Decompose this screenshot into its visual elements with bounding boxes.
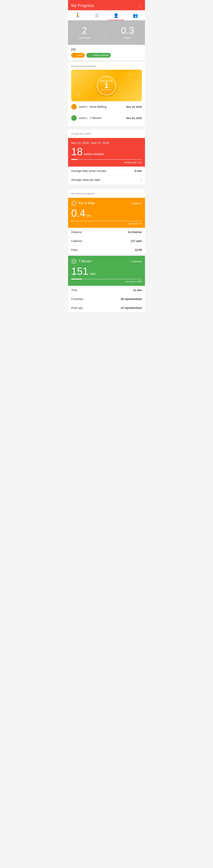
daily-minutes-label: Average daily active minutes bbox=[71, 169, 106, 173]
stat-divider bbox=[105, 27, 106, 38]
activity-stat-sleep: Average sleep per night - bbox=[68, 176, 145, 184]
weekly-goal-label: weekly goal: 210 bbox=[71, 161, 142, 164]
run-walk-next-goal: next goal: 25 bbox=[71, 222, 142, 225]
active-minutes-number: 18 bbox=[71, 147, 83, 157]
achievement-1-date: Nov 24, 2016 bbox=[126, 105, 142, 108]
workout-section-title: My workout progress bbox=[71, 192, 142, 195]
user-section: joy 🏃 1 run 🏃 1 body workout bbox=[68, 45, 145, 60]
seven-minute-metric-number: 151 bbox=[71, 266, 88, 276]
achievements-title: Recent achievements bbox=[71, 65, 142, 68]
activity-stat-daily-minutes: Average daily active minutes 5 min bbox=[68, 166, 145, 176]
seven-minute-stat-pushups: Push ups 12 reps/workout bbox=[68, 304, 145, 312]
hours-stat: 0.3 hours bbox=[121, 26, 134, 39]
badge-bottom-text: BRISK WALKING bbox=[101, 89, 112, 91]
achievement-1-label: Level 1 · Brisk Walking bbox=[79, 105, 106, 108]
run-walk-card-header: 🏃 Run & Walk 1 workout bbox=[71, 200, 142, 206]
run-walk-card: 🏃 Run & Walk 1 workout 0.4 km next goal:… bbox=[68, 198, 145, 228]
run-walk-stats: Distance 0.4 km/run Cadence 117 spm Pace… bbox=[68, 228, 145, 254]
time-label: Time bbox=[71, 288, 77, 292]
seven-minute-progress-bg bbox=[71, 279, 142, 279]
activity-section: Activity this week Nov 21, 2016 - Nov 27… bbox=[68, 130, 145, 184]
user-tags: 🏃 1 run 🏃 1 body workout bbox=[71, 53, 142, 58]
run-walk-metric-number: 0.4 bbox=[71, 208, 85, 218]
stats-bar: 2 workouts 0.3 hours bbox=[68, 20, 145, 45]
star-1: ☆ bbox=[75, 73, 79, 78]
badge-number: 1 bbox=[105, 82, 108, 89]
workouts-count: 2 bbox=[79, 26, 90, 35]
more-menu-icon[interactable]: ⋮ bbox=[138, 3, 142, 8]
seven-minute-count: 1 workout bbox=[131, 260, 142, 263]
achievement-badge: ACHIEVED LEVEL 1 BRISK WALKING bbox=[97, 75, 116, 95]
seven-minute-name: 7 Minute+ bbox=[78, 259, 92, 263]
tab-profile[interactable]: 👤 bbox=[106, 10, 126, 20]
achievement-2-icon: 🏃 bbox=[71, 115, 77, 121]
pushups-value: 12 reps/workout bbox=[121, 306, 142, 309]
seven-minute-metric: 151 reps bbox=[71, 266, 142, 276]
seven-minute-card: 🏃 7 Minute+ 1 workout 151 reps next goal… bbox=[68, 256, 145, 286]
crunches-label: Crunches bbox=[71, 298, 83, 301]
seven-minute-next-goal: next goal: 1000 bbox=[71, 280, 142, 283]
crunches-value: 29 reps/workout bbox=[121, 298, 142, 301]
achievement-item-1: 🏃 Level 1 · Brisk Walking Nov 24, 2016 bbox=[71, 101, 142, 113]
run-walk-stat-pace: Pace 12:45 bbox=[68, 246, 145, 254]
page-title: My Progress bbox=[71, 3, 94, 8]
divider-1 bbox=[68, 60, 145, 62]
week-range: Nov 21, 2016 - Nov 27, 2016 bbox=[71, 141, 142, 145]
cadence-value: 117 spm bbox=[131, 239, 142, 243]
sleep-label: Average sleep per night bbox=[71, 178, 100, 181]
achievement-1-icon: 🏃 bbox=[71, 104, 77, 110]
run-walk-progress-bg bbox=[71, 221, 142, 221]
run-walk-progress-fill bbox=[71, 221, 72, 221]
run-walk-metric-unit: km bbox=[86, 214, 91, 217]
tag-body-workout-label: 1 body workout bbox=[92, 54, 108, 57]
seven-minute-stats: Time 11 min Crunches 29 reps/workout Pus… bbox=[68, 286, 145, 312]
activity-card: Nov 21, 2016 - Nov 27, 2016 18 active mi… bbox=[68, 138, 145, 166]
achievement-banner: ☆ ☆ ☆ ☆ ☆ ☆ ACHIEVED LEVEL 1 BRISK WALKI… bbox=[71, 70, 142, 101]
body-workout-tag-icon: 🏃 bbox=[88, 54, 91, 57]
tab-workouts[interactable]: ☰ bbox=[87, 10, 107, 20]
activity-progress-bar-bg bbox=[71, 159, 142, 160]
run-walk-name: Run & Walk bbox=[78, 202, 95, 205]
run-walk-count: 1 workout bbox=[131, 202, 142, 205]
tab-activity[interactable]: 🏃 bbox=[68, 10, 87, 20]
hours-count: 0.3 bbox=[121, 26, 134, 35]
hours-label: hours bbox=[121, 36, 134, 39]
activity-section-header: Activity this week bbox=[68, 130, 145, 138]
active-minutes-display: 18 active minutes bbox=[71, 147, 142, 157]
pace-label: Pace bbox=[71, 248, 77, 251]
activity-tab-icon: 🏃 bbox=[75, 13, 80, 18]
run-walk-stat-cadence: Cadence 117 spm bbox=[68, 237, 145, 246]
seven-minute-card-header: 🏃 7 Minute+ 1 workout bbox=[71, 258, 142, 264]
sleep-value: - bbox=[141, 178, 142, 181]
header: My Progress ⋮ bbox=[68, 0, 145, 10]
tag-run: 🏃 1 run bbox=[71, 53, 85, 58]
activity-stats: Average daily active minutes 5 min Avera… bbox=[68, 166, 145, 184]
seven-minute-progress-fill bbox=[71, 279, 82, 279]
workout-section-header: My workout progress bbox=[68, 190, 145, 198]
workouts-label: workouts bbox=[79, 36, 90, 39]
tag-body-workout: 🏃 1 body workout bbox=[86, 53, 111, 58]
pace-value: 12:45 bbox=[135, 248, 142, 251]
divider-2 bbox=[68, 126, 145, 128]
social-tab-icon: 👥 bbox=[133, 13, 138, 18]
active-minutes-unit: active minutes bbox=[84, 152, 104, 156]
workouts-stat: 2 workouts bbox=[79, 26, 90, 39]
seven-minute-stat-time: Time 11 min bbox=[68, 286, 145, 294]
run-walk-metric: 0.4 km bbox=[71, 208, 142, 218]
seven-minute-stat-crunches: Crunches 29 reps/workout bbox=[68, 294, 145, 304]
tab-social[interactable]: 👥 bbox=[126, 10, 145, 20]
distance-label: Distance bbox=[71, 230, 82, 234]
user-name: joy bbox=[71, 47, 142, 51]
run-tag-icon: 🏃 bbox=[73, 54, 76, 57]
achievements-section: Recent achievements ☆ ☆ ☆ ☆ ☆ ☆ ACHIEVED… bbox=[68, 62, 145, 126]
star-4: ☆ bbox=[128, 72, 132, 77]
star-6: ☆ bbox=[131, 93, 135, 98]
workouts-tab-icon: ☰ bbox=[95, 13, 99, 18]
achievement-item-2: 🏃 Level 1 · 7 Minute+ Nov 23, 2016 bbox=[71, 113, 142, 124]
star-3: ☆ bbox=[76, 92, 80, 97]
achievement-2-label: Level 1 · 7 Minute+ bbox=[79, 117, 102, 120]
activity-progress-bar-fill bbox=[71, 159, 77, 160]
tab-bar: 🏃 ☰ 👤 👥 bbox=[68, 10, 145, 20]
tag-run-label: 1 run bbox=[77, 54, 82, 57]
distance-value: 0.4 km/run bbox=[128, 230, 142, 234]
